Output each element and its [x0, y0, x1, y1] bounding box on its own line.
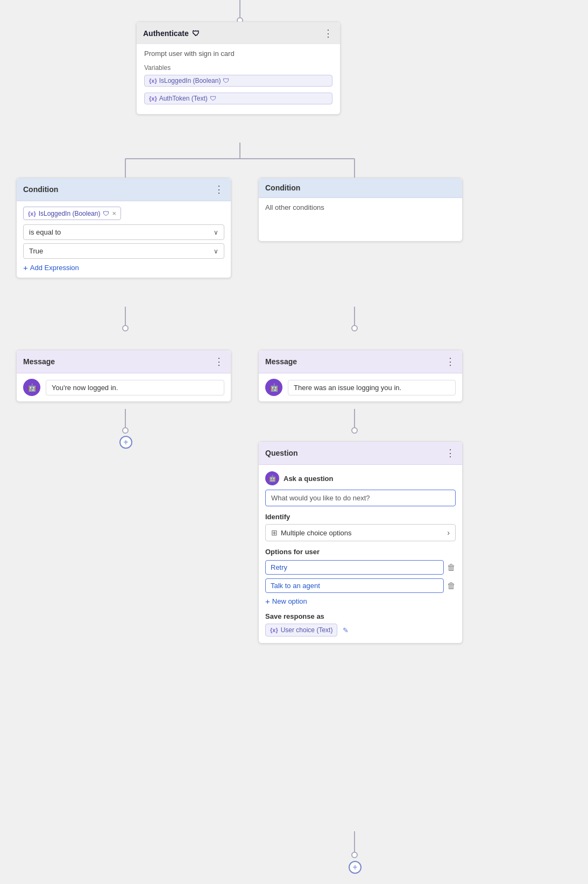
message-left-menu[interactable]: ⋮	[214, 356, 224, 367]
message-right-body: 🤖 There was an issue logging you in.	[259, 373, 462, 401]
svg-point-13	[352, 428, 357, 433]
message-left-body: 🤖 You're now logged in.	[17, 373, 231, 401]
message-right-text: There was an issue logging you in.	[288, 380, 456, 395]
variable-shield-1: 🛡	[223, 77, 229, 84]
condition-shield-icon: 🛡	[103, 210, 109, 217]
identify-select[interactable]: ⊞ Multiple choice options ›	[265, 524, 456, 541]
variable-chip-isloggedin: {x} IsLoggedIn (Boolean) 🛡	[144, 75, 332, 87]
message-right-title: Message	[265, 357, 297, 366]
variables-label: Variables	[144, 64, 332, 72]
option-row-2: 🗑	[265, 578, 456, 593]
option2-input[interactable]	[265, 578, 444, 593]
question-body: 🤖 Ask a question Identify ⊞ Multiple cho…	[259, 465, 462, 643]
bot-icon-left: 🤖	[27, 383, 37, 392]
condition-left-menu[interactable]: ⋮	[214, 183, 224, 195]
authenticate-title: Authenticate 🛡	[143, 29, 200, 38]
identify-value-text: Multiple choice options	[281, 529, 352, 537]
right-condition-to-message-svg	[242, 307, 484, 355]
authenticate-subtitle: Prompt user with sign in card	[137, 44, 340, 61]
variable-icon-2: {x}	[149, 95, 157, 102]
add-below-left-button[interactable]: +	[119, 436, 132, 449]
condition-var-icon: {x}	[28, 210, 36, 217]
save-response-edit-icon[interactable]: ✎	[343, 626, 349, 634]
new-option-label: New option	[272, 597, 307, 605]
add-below-question-button[interactable]: +	[349, 861, 362, 874]
svg-point-7	[123, 326, 128, 331]
variable-chip-1-text: IsLoggedIn (Boolean)	[159, 77, 221, 84]
condition-right-header: Condition	[259, 178, 462, 198]
identify-label: Identify	[265, 513, 456, 521]
ask-bot-icon: 🤖	[268, 475, 277, 482]
save-response-chip-text: User choice (Text)	[281, 626, 333, 634]
authenticate-variables-section: Variables {x} IsLoggedIn (Boolean) 🛡 {x}…	[137, 61, 340, 114]
question-text-input[interactable]	[265, 490, 456, 506]
new-option-button[interactable]: + New option	[265, 597, 456, 606]
variable-chip-2-text: AuthToken (Text)	[159, 95, 208, 102]
message-left-text: You're now logged in.	[46, 380, 224, 395]
question-card: Question ⋮ 🤖 Ask a question Identify ⊞ M…	[258, 441, 463, 643]
condition-left-body: {x} IsLoggedIn (Boolean) 🛡 × is equal to…	[17, 201, 231, 278]
all-other-conditions-text: All other conditions	[265, 203, 324, 211]
option1-input[interactable]	[265, 560, 444, 575]
condition-chip: {x} IsLoggedIn (Boolean) 🛡 ×	[23, 207, 121, 220]
variable-chip-authtoken: {x} AuthToken (Text) 🛡	[144, 93, 332, 104]
save-response-chip: {x} User choice (Text)	[265, 624, 337, 637]
svg-point-9	[352, 326, 357, 331]
condition-equals-select[interactable]: is equal to ∨	[23, 224, 224, 240]
message-left-bot-avatar: 🤖	[23, 379, 40, 396]
condition-equals-text: is equal to	[29, 228, 61, 236]
question-header: Question ⋮	[259, 442, 462, 465]
new-option-plus-icon: +	[265, 597, 270, 606]
add-expression-button[interactable]: + Add Expression	[23, 263, 224, 272]
condition-left-card: Condition ⋮ {x} IsLoggedIn (Boolean) 🛡 ×…	[16, 178, 231, 278]
question-bottom-svg	[242, 831, 393, 880]
condition-chip-label: IsLoggedIn (Boolean)	[39, 210, 101, 217]
condition-right-title: Condition	[265, 183, 300, 192]
option1-delete-icon[interactable]: 🗑	[447, 563, 456, 572]
svg-point-11	[123, 428, 128, 433]
add-expression-label: Add Expression	[30, 264, 79, 272]
message-right-bot-avatar: 🤖	[265, 379, 282, 396]
authenticate-title-text: Authenticate	[143, 29, 189, 38]
authenticate-card: Authenticate 🛡 ⋮ Prompt user with sign i…	[136, 22, 341, 115]
authenticate-menu-button[interactable]: ⋮	[323, 27, 334, 39]
ask-question-text: Ask a question	[284, 475, 333, 483]
left-condition-to-message-svg	[0, 307, 242, 355]
authenticate-shield-icon: 🛡	[192, 29, 200, 38]
bot-icon-right: 🤖	[270, 383, 279, 392]
save-response-var-icon: {x}	[270, 627, 278, 633]
svg-point-15	[352, 852, 357, 858]
condition-left-title: Condition	[23, 185, 58, 194]
message-left-header: Message ⋮	[17, 350, 231, 373]
save-response-label: Save response as	[265, 612, 456, 620]
authenticate-header: Authenticate 🛡 ⋮	[137, 22, 340, 44]
variable-shield-2: 🛡	[210, 95, 216, 102]
identify-chevron: ›	[447, 528, 450, 537]
save-response-row: {x} User choice (Text) ✎	[265, 624, 456, 637]
message-right-menu[interactable]: ⋮	[445, 356, 456, 367]
condition-left-header: Condition ⋮	[17, 178, 231, 201]
message-right-header: Message ⋮	[259, 350, 462, 373]
condition-value-text: True	[29, 247, 43, 255]
ask-bot-avatar: 🤖	[265, 471, 279, 485]
message-right-card: Message ⋮ 🤖 There was an issue logging y…	[258, 350, 463, 402]
question-title: Question	[265, 449, 298, 457]
add-expression-plus: +	[23, 263, 28, 272]
ask-question-label: 🤖 Ask a question	[265, 471, 456, 485]
message-left-title: Message	[23, 357, 55, 366]
option2-delete-icon[interactable]: 🗑	[447, 581, 456, 591]
options-label: Options for user	[265, 548, 456, 556]
identify-select-left: ⊞ Multiple choice options	[271, 528, 352, 537]
variable-icon-1: {x}	[149, 77, 157, 84]
condition-value-select[interactable]: True ∨	[23, 243, 224, 259]
condition-value-chevron: ∨	[214, 247, 218, 255]
condition-equals-chevron: ∨	[214, 229, 218, 236]
question-menu[interactable]: ⋮	[445, 447, 456, 459]
option-row-1: 🗑	[265, 560, 456, 575]
message-left-card: Message ⋮ 🤖 You're now logged in.	[16, 350, 231, 402]
condition-chip-close[interactable]: ×	[112, 209, 116, 217]
grid-icon: ⊞	[271, 528, 278, 537]
condition-right-card: Condition All other conditions	[258, 178, 463, 242]
condition-right-body: All other conditions	[259, 198, 462, 241]
